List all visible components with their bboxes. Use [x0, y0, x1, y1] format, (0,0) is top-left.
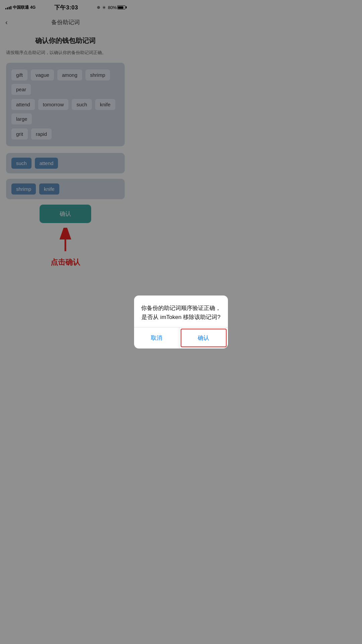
- dialog-overlay: 你备份的助记词顺序验证正确，是否从 imToken 移除该助记词? 取消 确认: [0, 0, 131, 283]
